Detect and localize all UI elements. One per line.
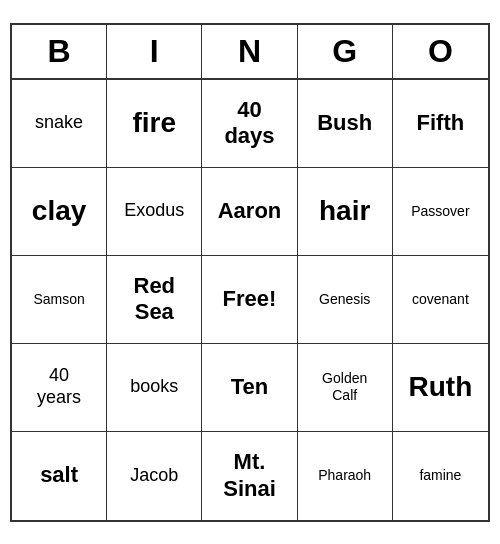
cell-text: Jacob xyxy=(130,465,178,487)
bingo-cell: snake xyxy=(12,80,107,168)
bingo-cell: books xyxy=(107,344,202,432)
cell-text: Free! xyxy=(223,286,277,312)
cell-text: Red Sea xyxy=(134,273,176,326)
cell-text: clay xyxy=(32,194,87,228)
bingo-cell: Mt. Sinai xyxy=(202,432,297,520)
cell-text: Bush xyxy=(317,110,372,136)
cell-text: Golden Calf xyxy=(322,370,367,404)
cell-text: covenant xyxy=(412,291,469,308)
header-letter: G xyxy=(298,25,393,78)
bingo-cell: clay xyxy=(12,168,107,256)
bingo-cell: Exodus xyxy=(107,168,202,256)
cell-text: famine xyxy=(419,467,461,484)
bingo-cell: Samson xyxy=(12,256,107,344)
cell-text: Exodus xyxy=(124,200,184,222)
cell-text: Aaron xyxy=(218,198,282,224)
cell-text: Fifth xyxy=(417,110,465,136)
bingo-cell: 40 days xyxy=(202,80,297,168)
cell-text: salt xyxy=(40,462,78,488)
cell-text: Samson xyxy=(33,291,84,308)
bingo-card: BINGO snakefire40 daysBushFifthclayExodu… xyxy=(10,23,490,522)
cell-text: 40 years xyxy=(37,365,81,408)
header-letter: I xyxy=(107,25,202,78)
cell-text: books xyxy=(130,376,178,398)
cell-text: Mt. Sinai xyxy=(223,449,276,502)
bingo-cell: fire xyxy=(107,80,202,168)
cell-text: Genesis xyxy=(319,291,370,308)
bingo-cell: 40 years xyxy=(12,344,107,432)
cell-text: snake xyxy=(35,112,83,134)
cell-text: hair xyxy=(319,194,370,228)
bingo-cell: Fifth xyxy=(393,80,488,168)
cell-text: Ruth xyxy=(409,370,473,404)
cell-text: fire xyxy=(133,106,177,140)
header-letter: B xyxy=(12,25,107,78)
bingo-cell: Aaron xyxy=(202,168,297,256)
bingo-cell: Pharaoh xyxy=(298,432,393,520)
bingo-cell: Bush xyxy=(298,80,393,168)
bingo-cell: salt xyxy=(12,432,107,520)
bingo-cell: Ruth xyxy=(393,344,488,432)
bingo-header: BINGO xyxy=(12,25,488,80)
header-letter: N xyxy=(202,25,297,78)
bingo-cell: hair xyxy=(298,168,393,256)
bingo-cell: Passover xyxy=(393,168,488,256)
cell-text: Passover xyxy=(411,203,469,220)
cell-text: 40 days xyxy=(224,97,274,150)
bingo-grid: snakefire40 daysBushFifthclayExodusAaron… xyxy=(12,80,488,520)
header-letter: O xyxy=(393,25,488,78)
bingo-cell: covenant xyxy=(393,256,488,344)
bingo-cell: Genesis xyxy=(298,256,393,344)
cell-text: Pharaoh xyxy=(318,467,371,484)
bingo-cell: Jacob xyxy=(107,432,202,520)
bingo-cell: Red Sea xyxy=(107,256,202,344)
cell-text: Ten xyxy=(231,374,268,400)
bingo-cell: famine xyxy=(393,432,488,520)
bingo-cell: Free! xyxy=(202,256,297,344)
bingo-cell: Golden Calf xyxy=(298,344,393,432)
bingo-cell: Ten xyxy=(202,344,297,432)
